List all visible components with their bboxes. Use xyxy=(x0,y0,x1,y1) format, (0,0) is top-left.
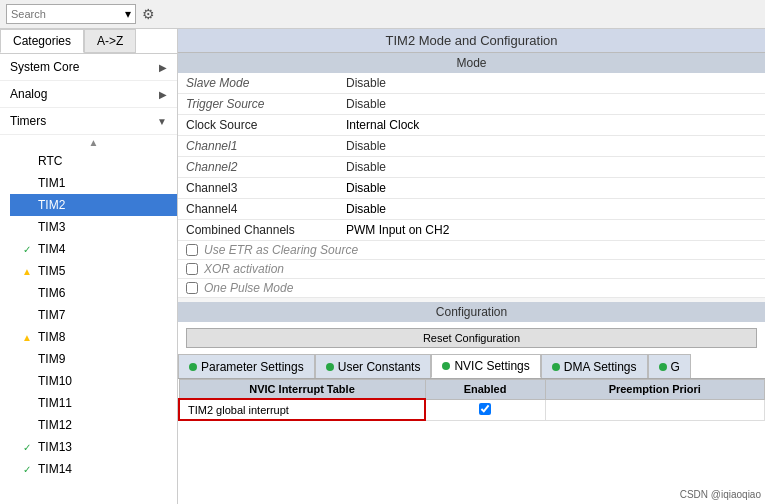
table-row: Combined Channels PWM Input on CH2 xyxy=(178,220,765,241)
tab-gpio[interactable]: G xyxy=(648,354,691,378)
search-input[interactable] xyxy=(11,8,125,20)
tim1-label: TIM1 xyxy=(38,176,65,190)
slave-mode-label: Slave Mode xyxy=(178,73,338,94)
combined-channels-value[interactable]: PWM Input on CH2 xyxy=(338,220,765,241)
sidebar-item-rtc[interactable]: RTC xyxy=(10,150,177,172)
tim12-label: TIM12 xyxy=(38,418,72,432)
mode-section-header: Mode xyxy=(178,53,765,73)
table-row: Trigger Source Disable xyxy=(178,94,765,115)
sidebar-item-tim4[interactable]: ✓ TIM4 xyxy=(10,238,177,260)
app-container: ▾ ⚙ Categories A->Z System Core ▶ Analog… xyxy=(0,0,765,504)
dma-settings-dot xyxy=(552,363,560,371)
sidebar-item-tim1[interactable]: TIM1 xyxy=(10,172,177,194)
sidebar-item-tim14[interactable]: ✓ TIM14 xyxy=(10,458,177,480)
tab-parameter-settings[interactable]: Parameter Settings xyxy=(178,354,315,378)
mode-section: Mode Slave Mode Disable Trigger Source D… xyxy=(178,53,765,298)
sidebar-item-tim6[interactable]: TIM6 xyxy=(10,282,177,304)
tim8-status-icon: ▲ xyxy=(20,332,34,343)
gear-button[interactable]: ⚙ xyxy=(142,6,155,22)
sidebar-item-system-core[interactable]: System Core ▶ xyxy=(0,54,177,81)
mode-config-table: Slave Mode Disable Trigger Source Disabl… xyxy=(178,73,765,298)
tim4-label: TIM4 xyxy=(38,242,65,256)
tim9-label: TIM9 xyxy=(38,352,65,366)
sidebar-item-tim9[interactable]: TIM9 xyxy=(10,348,177,370)
trigger-source-label: Trigger Source xyxy=(178,94,338,115)
tim2-global-interrupt-enabled[interactable] xyxy=(425,399,545,420)
use-etr-checkbox[interactable] xyxy=(186,244,198,256)
table-row: TIM2 global interrupt xyxy=(179,399,765,420)
sidebar-item-tim13[interactable]: ✓ TIM13 xyxy=(10,436,177,458)
sidebar: Categories A->Z System Core ▶ Analog ▶ T… xyxy=(0,29,178,504)
tim2-global-interrupt-label: TIM2 global interrupt xyxy=(179,399,425,420)
tim3-label: TIM3 xyxy=(38,220,65,234)
channel3-value[interactable]: Disable xyxy=(338,178,765,199)
trigger-source-value[interactable]: Disable xyxy=(338,94,765,115)
analog-label: Analog xyxy=(10,87,47,101)
tim11-label: TIM11 xyxy=(38,396,72,410)
sidebar-item-tim8[interactable]: ▲ TIM8 xyxy=(10,326,177,348)
table-header-row: NVIC Interrupt Table Enabled Preemption … xyxy=(179,380,765,400)
gpio-dot xyxy=(659,363,667,371)
tim5-label: TIM5 xyxy=(38,264,65,278)
slave-mode-value[interactable]: Disable xyxy=(338,73,765,94)
sidebar-item-tim7[interactable]: TIM7 xyxy=(10,304,177,326)
sidebar-item-tim11[interactable]: TIM11 xyxy=(10,392,177,414)
one-pulse-checkbox[interactable] xyxy=(186,282,198,294)
use-etr-label: Use ETR as Clearing Source xyxy=(204,243,358,257)
table-row: Channel4 Disable xyxy=(178,199,765,220)
combined-channels-label: Combined Channels xyxy=(178,220,338,241)
clock-source-value[interactable]: Internal Clock xyxy=(338,115,765,136)
sidebar-item-analog[interactable]: Analog ▶ xyxy=(0,81,177,108)
sidebar-item-timers[interactable]: Timers ▼ xyxy=(0,108,177,135)
xor-activation-checkbox[interactable] xyxy=(186,263,198,275)
tim2-global-interrupt-priority xyxy=(545,399,764,420)
channel2-value[interactable]: Disable xyxy=(338,157,765,178)
tab-categories[interactable]: Categories xyxy=(0,29,84,53)
page-title: TIM2 Mode and Configuration xyxy=(178,29,765,53)
tab-nvic-settings[interactable]: NVIC Settings xyxy=(431,354,540,378)
content-area: TIM2 Mode and Configuration Mode Slave M… xyxy=(178,29,765,504)
sidebar-item-tim3[interactable]: TIM3 xyxy=(10,216,177,238)
sidebar-item-tim5[interactable]: ▲ TIM5 xyxy=(10,260,177,282)
tim2-enabled-checkbox[interactable] xyxy=(479,403,491,415)
clock-source-label: Clock Source xyxy=(178,115,338,136)
table-row: XOR activation xyxy=(178,260,765,279)
sidebar-items: System Core ▶ Analog ▶ Timers ▼ ▲ xyxy=(0,54,177,504)
tim4-status-icon: ✓ xyxy=(20,244,34,255)
tim6-label: TIM6 xyxy=(38,286,65,300)
reset-configuration-button[interactable]: Reset Configuration xyxy=(186,328,757,348)
sidebar-item-tim2[interactable]: TIM2 xyxy=(10,194,177,216)
watermark: CSDN @iqiaoqiao xyxy=(680,489,761,500)
config-tabs: Parameter Settings User Constants NVIC S… xyxy=(178,354,765,379)
tim14-status-icon: ✓ xyxy=(20,464,34,475)
table-row: One Pulse Mode xyxy=(178,279,765,298)
sidebar-tabs: Categories A->Z xyxy=(0,29,177,54)
search-box[interactable]: ▾ xyxy=(6,4,136,24)
table-row: Slave Mode Disable xyxy=(178,73,765,94)
nvic-interrupt-table: NVIC Interrupt Table Enabled Preemption … xyxy=(178,379,765,421)
tab-az[interactable]: A->Z xyxy=(84,29,136,53)
timers-label: Timers xyxy=(10,114,46,128)
sidebar-item-tim12[interactable]: TIM12 xyxy=(10,414,177,436)
tim8-label: TIM8 xyxy=(38,330,65,344)
tab-dma-settings[interactable]: DMA Settings xyxy=(541,354,648,378)
tim7-label: TIM7 xyxy=(38,308,65,322)
dropdown-arrow: ▾ xyxy=(125,7,131,21)
channel1-label: Channel1 xyxy=(178,136,338,157)
main-area: Categories A->Z System Core ▶ Analog ▶ T… xyxy=(0,29,765,504)
table-row: Clock Source Internal Clock xyxy=(178,115,765,136)
use-etr-checkbox-row: Use ETR as Clearing Source xyxy=(186,243,757,257)
user-constants-label: User Constants xyxy=(338,360,421,374)
sidebar-item-tim10[interactable]: TIM10 xyxy=(10,370,177,392)
tim13-status-icon: ✓ xyxy=(20,442,34,453)
table-row: Channel2 Disable xyxy=(178,157,765,178)
channel1-value[interactable]: Disable xyxy=(338,136,765,157)
tab-user-constants[interactable]: User Constants xyxy=(315,354,432,378)
table-row: Use ETR as Clearing Source xyxy=(178,241,765,260)
channel2-label: Channel2 xyxy=(178,157,338,178)
channel4-value[interactable]: Disable xyxy=(338,199,765,220)
tim13-label: TIM13 xyxy=(38,440,72,454)
scroll-up-indicator: ▲ xyxy=(10,135,177,150)
parameter-settings-label: Parameter Settings xyxy=(201,360,304,374)
chevron-right-icon: ▶ xyxy=(159,62,167,73)
